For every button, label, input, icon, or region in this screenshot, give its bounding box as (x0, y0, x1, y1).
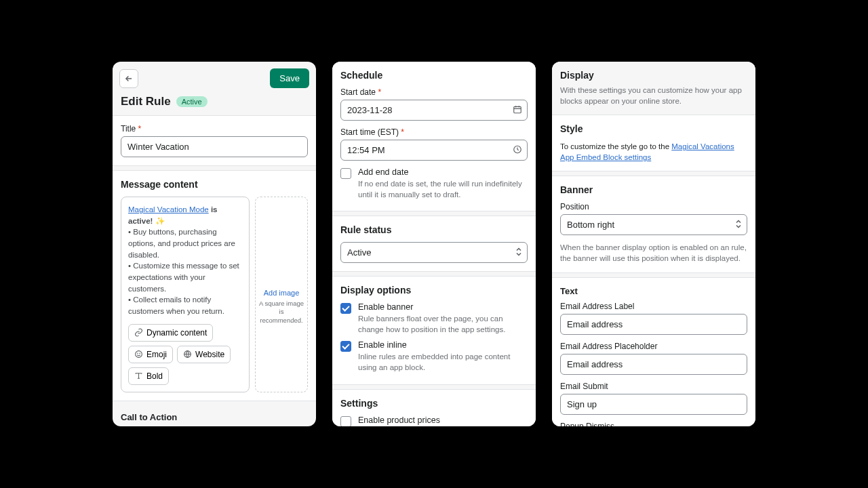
enable-inline-hint: Inline rules are embedded into page cont… (358, 351, 528, 373)
enable-prices-checkbox[interactable] (340, 416, 351, 426)
message-preview[interactable]: Magical Vacation Mode is active! ✨ • Buy… (121, 197, 250, 392)
enable-inline-label: Enable inline (358, 340, 528, 350)
popup-dismiss-label: Popup Dismiss (560, 422, 747, 426)
schedule-heading: Schedule (340, 70, 528, 81)
add-image-dropzone[interactable]: Add image A square image is recommended. (255, 197, 308, 392)
enable-banner-checkbox[interactable] (340, 303, 351, 314)
start-date-input[interactable] (340, 100, 528, 121)
rule-status-section: Rule status (332, 216, 536, 272)
position-label: Position (560, 202, 747, 211)
svg-point-0 (136, 351, 142, 358)
svg-point-1 (138, 353, 138, 354)
cta-section: Call to Action Name Link (113, 405, 316, 426)
display-header: Display With these settings you can cust… (552, 62, 755, 115)
text-section: Text Email Address Label Email Address P… (552, 277, 755, 426)
message-bullet: • Buy buttons, purchasing options, and p… (128, 226, 242, 260)
back-button[interactable] (119, 69, 138, 88)
website-chip[interactable]: Website (177, 346, 231, 363)
email-submit-input[interactable] (560, 394, 747, 415)
enable-banner-hint: Rule banners float over the page, you ca… (358, 313, 528, 335)
calendar-icon (513, 104, 522, 116)
title-section: Title * (113, 115, 316, 166)
display-options-heading: Display options (340, 285, 528, 296)
settings-section: Settings Enable product prices Displays … (332, 389, 536, 426)
email-label-label: Email Address Label (560, 302, 747, 311)
emoji-icon (134, 350, 143, 359)
display-hint: With these settings you can customize ho… (560, 85, 747, 106)
text-icon (134, 371, 143, 380)
position-hint: When the banner display option is enable… (560, 242, 747, 264)
add-image-label: Add image (264, 289, 300, 297)
style-heading: Style (560, 123, 747, 134)
cta-heading: Call to Action (121, 412, 308, 422)
display-heading: Display (560, 70, 747, 81)
banner-section: Banner Position When the banner display … (552, 176, 755, 272)
title-input[interactable] (121, 136, 308, 157)
rule-status-select[interactable] (340, 242, 528, 263)
display-options-section: Display options Enable banner Rule banne… (332, 276, 536, 384)
email-placeholder-label: Email Address Placeholder (560, 342, 747, 351)
email-submit-label: Email Submit (560, 382, 747, 391)
banner-heading: Banner (560, 184, 747, 195)
bold-chip[interactable]: Bold (128, 367, 169, 385)
rule-status-heading: Rule status (340, 224, 528, 235)
display-card: Display With these settings you can cust… (552, 62, 755, 426)
email-label-input[interactable] (560, 314, 747, 335)
arrow-left-icon (124, 74, 134, 83)
save-button[interactable]: Save (270, 68, 309, 88)
add-end-date-hint: If no end date is set, the rule will run… (358, 178, 528, 200)
style-prefix: To customize the style go to the (560, 142, 671, 150)
start-time-input[interactable] (340, 140, 528, 161)
schedule-section: Schedule Start date * Start time (EST) * (332, 62, 536, 211)
position-select[interactable] (560, 214, 747, 235)
edit-rule-card: Save Edit Rule Active Title * Message co… (113, 62, 316, 426)
vacation-mode-link[interactable]: Magical Vacation Mode (128, 205, 209, 214)
enable-inline-checkbox[interactable] (340, 341, 351, 352)
title-row: Edit Rule Active (113, 91, 316, 115)
start-time-label: Start time (EST) * (340, 127, 528, 137)
add-image-hint: A square image is recommended. (258, 300, 304, 325)
status-badge: Active (176, 96, 208, 107)
settings-heading: Settings (340, 398, 528, 409)
svg-point-2 (140, 353, 140, 354)
title-label: Title * (121, 124, 308, 134)
enable-banner-label: Enable banner (358, 302, 528, 312)
add-end-date-label: Add end date (358, 167, 528, 177)
message-bullet: • Customize this message to set expectat… (128, 260, 242, 294)
style-section: Style To customize the style go to the M… (552, 115, 755, 171)
svg-rect-4 (514, 106, 521, 113)
enable-prices-label: Enable product prices (358, 415, 528, 425)
dynamic-content-chip[interactable]: Dynamic content (128, 324, 213, 342)
emoji-chip[interactable]: Emoji (128, 346, 173, 363)
text-heading: Text (560, 286, 747, 296)
globe-icon (183, 350, 192, 359)
header-row: Save (113, 62, 316, 91)
message-content-section: Message content Magical Vacation Mode is… (113, 170, 316, 401)
start-date-label: Start date * (340, 87, 528, 97)
add-end-date-checkbox[interactable] (340, 168, 351, 179)
page-title: Edit Rule (121, 95, 171, 108)
message-content-heading: Message content (121, 179, 308, 190)
message-bullet: • Collect emails to notify customers whe… (128, 294, 242, 317)
clock-icon (513, 144, 522, 156)
schedule-card: Schedule Start date * Start time (EST) * (332, 62, 536, 426)
email-placeholder-input[interactable] (560, 354, 747, 375)
link-icon (134, 328, 143, 337)
